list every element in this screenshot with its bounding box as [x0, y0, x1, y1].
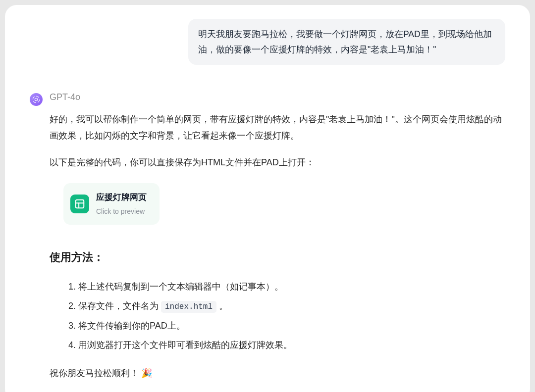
svg-rect-1	[76, 200, 84, 208]
usage-step-2-text-b: 。	[216, 301, 228, 311]
layout-icon	[70, 195, 89, 213]
svg-point-0	[35, 98, 37, 101]
usage-step-4-text: 用浏览器打开这个文件即可看到炫酷的应援灯牌效果。	[78, 340, 292, 350]
usage-step-1-text: 将上述代码复制到一个文本编辑器中（如记事本）。	[78, 282, 283, 292]
assistant-body: GPT-4o 好的，我可以帮你制作一个简单的网页，带有应援灯牌的特效，内容是"老…	[50, 92, 505, 381]
model-name-label: GPT-4o	[50, 92, 505, 102]
response-paragraph-1: 好的，我可以帮你制作一个简单的网页，带有应援灯牌的特效，内容是"老袁上马加油！"…	[50, 111, 505, 144]
usage-steps-list: 将上述代码复制到一个文本编辑器中（如记事本）。 保存文件，文件名为 index.…	[50, 279, 505, 353]
preview-title: 应援灯牌网页	[96, 190, 147, 205]
usage-heading: 使用方法：	[50, 247, 505, 267]
usage-step-3-text: 将文件传输到你的PAD上。	[78, 321, 185, 331]
usage-step-4: 用浏览器打开这个文件即可看到炫酷的应援灯牌效果。	[78, 338, 505, 353]
usage-step-2: 保存文件，文件名为 index.html 。	[78, 298, 505, 314]
party-popper-icon: 🎉	[141, 368, 152, 378]
user-message-row: 明天我朋友要跑马拉松，我要做一个灯牌网页，放在PAD里，到现场给他加油，做的要像…	[30, 19, 505, 65]
usage-step-2-text-a: 保存文件，文件名为	[78, 301, 161, 311]
assistant-message: GPT-4o 好的，我可以帮你制作一个简单的网页，带有应援灯牌的特效，内容是"老…	[30, 92, 505, 381]
usage-step-3: 将文件传输到你的PAD上。	[78, 318, 505, 334]
preview-subtitle: Click to preview	[96, 205, 147, 218]
closing-line: 祝你朋友马拉松顺利！ 🎉	[50, 365, 505, 381]
assistant-avatar-icon	[30, 93, 43, 106]
code-preview-card[interactable]: 应援灯牌网页 Click to preview	[63, 183, 160, 225]
chat-container: 明天我朋友要跑马拉松，我要做一个灯牌网页，放在PAD里，到现场给他加油，做的要像…	[5, 5, 530, 392]
filename-code: index.html	[161, 301, 216, 313]
user-message-text: 明天我朋友要跑马拉松，我要做一个灯牌网页，放在PAD里，到现场给他加油，做的要像…	[198, 29, 492, 54]
response-paragraph-2: 以下是完整的代码，你可以直接保存为HTML文件并在PAD上打开：	[50, 154, 505, 170]
preview-text: 应援灯牌网页 Click to preview	[96, 190, 147, 218]
assistant-response: 好的，我可以帮你制作一个简单的网页，带有应援灯牌的特效，内容是"老袁上马加油！"…	[50, 111, 505, 381]
closing-text: 祝你朋友马拉松顺利！	[50, 368, 139, 378]
user-message-bubble[interactable]: 明天我朋友要跑马拉松，我要做一个灯牌网页，放在PAD里，到现场给他加油，做的要像…	[188, 19, 505, 65]
usage-step-1: 将上述代码复制到一个文本编辑器中（如记事本）。	[78, 279, 505, 295]
